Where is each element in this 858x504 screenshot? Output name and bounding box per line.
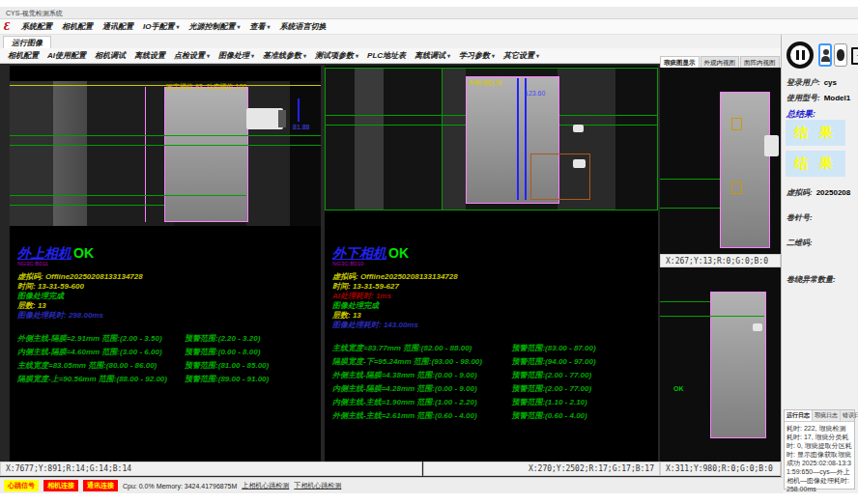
overlay-baseline-yellow [10, 85, 321, 86]
tab-area-inner-view[interactable]: 面阵内视图 [740, 56, 780, 68]
camera-panel-outer-top: 固定阈值:93, 动态阈值:100 81.88 外上相机OK NG3C:B011… [10, 66, 321, 462]
overlay-measure-line [10, 205, 164, 206]
overlay-measure-line [660, 208, 720, 209]
comm-connection-badge: 通讯连接 [83, 480, 118, 491]
camera-image-outer-top[interactable]: 固定阈值:93, 动态阈值:100 81.88 [10, 81, 321, 226]
warning-range: 预警范围:(2.00 - 77.00) [511, 369, 652, 382]
tool-test-params[interactable]: 测试项参数▾ [315, 50, 358, 61]
tool-spotcheck-settings[interactable]: 点检设置▾ [174, 50, 210, 61]
ai-region-overlay-text: AI检测区域 [469, 78, 502, 88]
tab-error-log[interactable]: 错误日志 [841, 410, 858, 421]
side-panel: → 登录用户:cys 使用型号:Model1 总结果: 结 果 结 果 虚拟码:… [781, 35, 858, 493]
tab-defect-image[interactable]: 瑕疵图显示 [660, 56, 700, 68]
measurement-value: 外侧主线-隔膜=2.91mm 范围:(2.00 - 3.50) [17, 332, 185, 346]
measurement-row: 外侧主线-主线=2.61mm 范围:(0.60 - 4.00)预警范围:(0.6… [332, 409, 652, 423]
virtual-code-label: 虚拟码: [786, 188, 813, 197]
menu-item-comm-config[interactable]: 通讯配置 [102, 21, 133, 32]
measurement-row: 内侧主线-主线=1.90mm 范围:(1.00 - 2.20)预警范围:(1.1… [332, 396, 652, 409]
menu-item-light-config[interactable]: 光源控制配置▾ [189, 21, 241, 32]
tool-offline-settings[interactable]: 离线设置 [134, 50, 165, 61]
pause-icon [796, 50, 799, 60]
tab-run-log[interactable]: 运行日志 [785, 410, 813, 421]
tool-ai-usage-config[interactable]: AI使用配置 [47, 50, 86, 61]
overlay-marker-yellow [731, 182, 742, 194]
menu-item-language-switch[interactable]: 系统语言切换 [280, 21, 327, 32]
result-indicator-bottom: 结 果 [786, 151, 845, 177]
chevron-down-icon: ▾ [207, 53, 210, 59]
coordinate-readout-left: X:7677;Y:891;R:14;G:14;B:14 [0, 462, 422, 476]
user-icon [821, 56, 830, 62]
image-region [442, 69, 466, 210]
chevron-down-icon: ▾ [268, 24, 271, 30]
tool-image-processing[interactable]: 图像处理▾ [218, 50, 254, 61]
tool-camera-debug[interactable]: 相机调试 [95, 50, 126, 61]
elapsed-line: 图像处理耗时: 143.00ms [332, 321, 652, 330]
tab-run-image[interactable]: 运行图像 [3, 36, 51, 49]
measurement-row: 主线宽度=83.77mm 范围:(82.00 - 88.00)预警范围:(83.… [332, 342, 652, 355]
process-done-line: 图像处理完成 [332, 301, 652, 311]
measurement-value: 隔膜宽度-上=90.56mm 范围:(88.00 - 92.00) [17, 373, 185, 386]
winding-abnormal-count-label: 卷绕异常数量: [786, 274, 836, 285]
chevron-down-icon: ▾ [251, 53, 254, 59]
chevron-down-icon: ▾ [303, 53, 306, 59]
camera-image-outer-bottom[interactable]: AI检测区域 123.60 [325, 68, 658, 210]
menu-item-camera-config[interactable]: 相机配置 [62, 21, 93, 32]
connector-blob [764, 135, 779, 156]
measurement-list: 外侧主线-隔膜=2.91mm 范围:(2.00 - 3.50)预警范围:(2.2… [17, 332, 316, 386]
cpu-memory-readout: Cpu: 0.0% Memory: 3424.41796875M [123, 483, 237, 490]
pause-button[interactable] [786, 42, 814, 69]
menu-item-view[interactable]: 查看▾ [250, 21, 271, 32]
exit-button[interactable]: → [849, 43, 858, 67]
tool-offline-debug[interactable]: 离线调试▾ [415, 50, 450, 61]
status-ok: OK [388, 245, 409, 261]
measure-value-overlay: 123.60 [525, 90, 545, 97]
model-value: Model1 [824, 94, 851, 102]
tool-other-settings[interactable]: 其它设置▾ [503, 50, 539, 61]
login-user-value: cys [824, 78, 837, 87]
log-box: 运行日志 瑕疵日志 错误日志 耗时: 222, 瑕疵检测耗时: 17, 瑕疵分类… [784, 409, 855, 490]
elapsed-line: 图像处理耗时: 298.00ms [17, 311, 316, 321]
overlay-measure-line [10, 135, 321, 136]
image-region [246, 81, 290, 226]
measurement-row: 隔膜宽度-下=95.24mm 范围:(93.00 - 98.00)预警范围:(9… [332, 355, 652, 369]
defect-image-bottom[interactable]: OK [660, 267, 781, 462]
virtual-code-value: 20250208 [816, 188, 851, 197]
chevron-down-icon: ▾ [177, 24, 180, 30]
measurement-row: 隔膜宽度-上=90.56mm 范围:(88.00 - 92.00)预警范围:(8… [17, 373, 316, 386]
camera-name: 外上相机 [17, 245, 72, 261]
tool-baseline-params[interactable]: 基准线参数▾ [263, 50, 306, 61]
mode-button[interactable] [834, 43, 847, 67]
virtual-code-line: 虚拟码: Offline20250208133134728 [332, 272, 652, 282]
tool-plc-address-table[interactable]: PLC地址表 [367, 50, 406, 61]
tool-camera-config[interactable]: 相机配置 [8, 50, 39, 61]
model-row: 使用型号:Model1 [786, 93, 850, 103]
user-icon [823, 49, 829, 55]
measure-value-overlay: 81.88 [293, 124, 310, 130]
image-region [615, 69, 657, 210]
measurement-value: 外侧主线-隔膜=4.38mm 范围:(0.00 - 9.00) [332, 369, 511, 382]
chevron-down-icon: ▾ [238, 24, 241, 30]
tool-baseline-params-label: 基准线参数 [263, 51, 301, 60]
tab-outer-inner-view[interactable]: 外观内视图 [701, 56, 740, 68]
warning-range: 预警范围:(0.00 - 8.00) [185, 346, 316, 359]
measurement-value: 内侧主线-隔膜=4.60mm 范围:(3.00 - 6.00) [17, 346, 185, 359]
top-camera-heartbeat-link[interactable]: 上相机心跳检测 [242, 481, 289, 490]
tool-learning-params-label: 学习参数 [459, 51, 490, 60]
coordinate-readout-middle: X:270;Y:2502;R:17;G:17;B:17 [423, 462, 660, 476]
menu-item-system-config[interactable]: 系统配置 [21, 21, 52, 32]
view-tabstrip: 运行图像 [0, 35, 781, 49]
bright-spot [573, 125, 584, 132]
user-mode-button[interactable] [818, 43, 832, 67]
tab-defect-log[interactable]: 瑕疵日志 [813, 410, 841, 421]
login-user-label: 登录用户: [786, 78, 820, 87]
image-region [384, 69, 442, 210]
warning-range: 预警范围:(89.00 - 91.00) [185, 373, 316, 386]
defect-image-top[interactable] [660, 68, 781, 254]
coordinate-readout-top: X:267;Y:13;R:0;G:0;B:0 [660, 254, 781, 267]
threshold-overlay-text: 固定阈值:93, 动态阈值:100 [166, 82, 246, 92]
measurement-row: 外侧主线-隔膜=4.38mm 范围:(0.00 - 9.00)预警范围:(2.0… [332, 369, 652, 382]
log-tabstrip: 运行日志 瑕疵日志 错误日志 [785, 410, 854, 422]
menu-item-io-config[interactable]: IO手配置▾ [143, 21, 179, 32]
tool-learning-params[interactable]: 学习参数▾ [459, 50, 495, 61]
bottom-camera-heartbeat-link[interactable]: 下相机心跳检测 [294, 481, 341, 490]
